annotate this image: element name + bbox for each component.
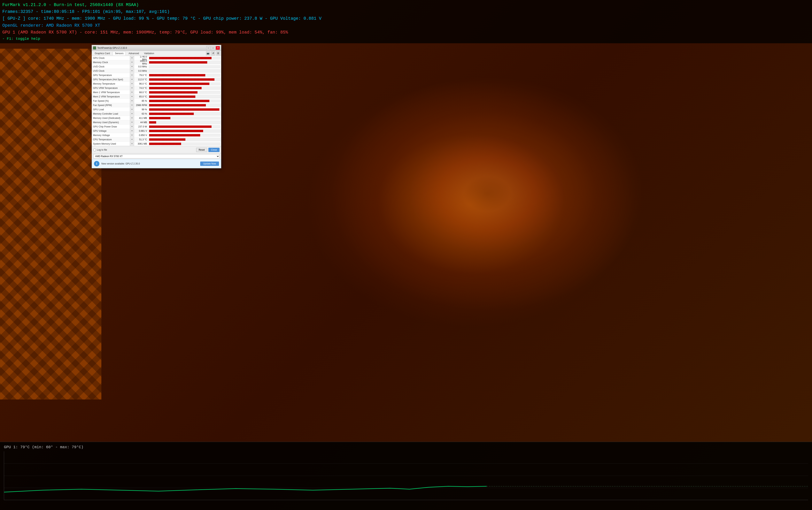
- sensor-dropdown[interactable]: ▼: [130, 103, 134, 107]
- sensor-dropdown[interactable]: ▼: [130, 116, 134, 120]
- sensor-name: Mem 1 VRM Temperature: [92, 91, 130, 94]
- hud-line5: GPU 1 (AMD Radeon RX 5700 XT) - core: 15…: [2, 29, 810, 36]
- log-to-file-checkbox[interactable]: [93, 149, 96, 151]
- sensor-dropdown[interactable]: ▼: [130, 86, 134, 90]
- hud-line2: Frames:32357 - time:80:05:18 - FPS:101 (…: [2, 8, 810, 15]
- sensor-bar-container: [149, 104, 220, 107]
- sensor-bar: [149, 108, 219, 111]
- sensor-name: Memory Temperature: [92, 83, 130, 85]
- toolbar-icons: 📷 ↺ ☰: [206, 51, 220, 56]
- sensor-dropdown[interactable]: ▼: [130, 69, 134, 73]
- sensor-bar: [149, 83, 209, 85]
- sensor-bar: [149, 134, 200, 137]
- close-button[interactable]: ✕: [215, 46, 220, 50]
- sensor-dropdown[interactable]: ▼: [130, 64, 134, 69]
- sensor-bar-container: [149, 117, 220, 119]
- sensor-dropdown[interactable]: ▼: [130, 78, 134, 82]
- tab-validation[interactable]: Validation: [142, 52, 156, 55]
- sensor-row: Mem 2 VRM Temperature▼65.0 °C: [92, 94, 221, 99]
- close-sensors-button[interactable]: Close: [208, 148, 220, 152]
- sensor-row: Mem 1 VRM Temperature▼68.0 °C: [92, 90, 221, 94]
- hud-line3: [ GPU-Z ] core: 1740 MHz - mem: 1900 MHz…: [2, 15, 810, 22]
- sensor-bar: [149, 121, 156, 124]
- sensor-value: 65.0 °C: [134, 95, 148, 98]
- sensor-row: Memory Controller Load▼63 %: [92, 112, 221, 116]
- sensor-bar: [149, 91, 198, 94]
- sensor-value: 0.0 MHz: [134, 69, 148, 72]
- refresh-icon[interactable]: ↺: [211, 51, 215, 56]
- sensor-dropdown[interactable]: ▼: [130, 112, 134, 116]
- log-to-file-checkbox-area[interactable]: Log to file: [93, 149, 107, 151]
- tab-advanced[interactable]: Advanced: [126, 52, 141, 55]
- reset-button[interactable]: Reset: [196, 148, 207, 152]
- gpu-selector[interactable]: AMD Radeon RX 5700 XT: [93, 154, 220, 158]
- tab-sensors[interactable]: Sensors: [113, 52, 125, 55]
- sensor-value: 112.0 °C: [134, 78, 148, 81]
- sensor-bar: [149, 130, 203, 132]
- sensor-bar-container: [149, 134, 220, 137]
- sensor-dropdown[interactable]: ▼: [130, 94, 134, 99]
- sensor-dropdown[interactable]: ▼: [130, 120, 134, 124]
- window-title: TechPowerUp GPU-Z 2.32.0: [97, 47, 127, 49]
- sensor-dropdown[interactable]: ▼: [130, 124, 134, 129]
- sensor-dropdown[interactable]: ▼: [130, 56, 134, 60]
- sensor-bar: [149, 143, 181, 145]
- sensor-name: UVD Clock: [92, 69, 130, 72]
- sensor-bar-container: [149, 108, 220, 111]
- camera-icon[interactable]: 📷: [206, 51, 210, 56]
- menu-icon[interactable]: ☰: [216, 51, 220, 56]
- hud-line4: OpenGL renderer: AMD Radeon RX 5700 XT: [2, 22, 810, 29]
- sensor-row: Fan Speed (RPM)▼2986 RPM: [92, 103, 221, 108]
- sensor-bar: [149, 87, 202, 89]
- sensor-dropdown[interactable]: ▼: [130, 108, 134, 112]
- sensor-dropdown[interactable]: ▼: [130, 142, 134, 146]
- hud-line1: FurMark v1.21.2.0 - Burn-in test, 2560x1…: [2, 2, 810, 8]
- sensors-scroll-area[interactable]: GPU Clock▼1740.0 MHzMemory Clock▼1900.0 …: [92, 56, 221, 146]
- sensor-name: Memory Used (Dynamic): [92, 121, 130, 124]
- sensor-row: GPU Temperature (Hot Spot)▼112.0 °C: [92, 78, 221, 82]
- sensor-bar-container: [149, 61, 220, 64]
- sensors-table: GPU Clock▼1740.0 MHzMemory Clock▼1900.0 …: [92, 56, 221, 146]
- sensor-bar: [149, 104, 206, 107]
- app-icon: [93, 47, 96, 50]
- sensor-bar: [149, 57, 211, 59]
- sensor-dropdown[interactable]: ▼: [130, 90, 134, 94]
- sensor-value: 74.0 °C: [134, 87, 148, 89]
- sensor-value: 68.0 °C: [134, 91, 148, 94]
- sensor-value: 99 %: [134, 108, 148, 111]
- sensor-name: GPU Clock: [92, 57, 130, 59]
- sensor-value: 3061 MB: [134, 143, 148, 145]
- window-controls: ─ □ ✕: [206, 46, 220, 50]
- sensor-value: 2986 RPM: [134, 104, 148, 107]
- sensor-row: GPU Clock▼1740.0 MHz: [92, 56, 221, 60]
- sensor-row: Memory Used (Dynamic)▼44 MB: [92, 120, 221, 124]
- sensor-name: GPU Temperature (Hot Spot): [92, 78, 130, 81]
- sensor-value: 0.0 MHz: [134, 65, 148, 68]
- tab-graphics-card[interactable]: Graphics Card: [93, 52, 112, 55]
- sensor-name: Memory Clock: [92, 61, 130, 64]
- sensor-dropdown[interactable]: ▼: [130, 99, 134, 103]
- sensor-bar-container: [149, 99, 220, 102]
- hud-line6: - F1: toggle help: [2, 36, 810, 42]
- sensor-bar: [149, 138, 185, 141]
- sensor-row: UVD Clock▼0.0 MHz: [92, 64, 221, 69]
- minimize-button[interactable]: ─: [206, 46, 210, 50]
- sensor-dropdown[interactable]: ▼: [130, 133, 134, 137]
- update-now-button[interactable]: Update Now: [200, 161, 219, 166]
- sensor-dropdown[interactable]: ▼: [130, 60, 134, 64]
- sensor-row: Memory Clock▼1900.0 MHz: [92, 60, 221, 64]
- sensor-row: System Memory Used▼3061 MB: [92, 142, 221, 146]
- sensor-dropdown[interactable]: ▼: [130, 82, 134, 86]
- sensor-dropdown[interactable]: ▼: [130, 138, 134, 142]
- maximize-button[interactable]: □: [211, 46, 215, 50]
- sensor-dropdown[interactable]: ▼: [130, 73, 134, 77]
- sensor-value: 0.881 V: [134, 129, 148, 132]
- sensor-bar: [149, 78, 214, 81]
- sensor-row: GPU VRM Temperature▼74.0 °C: [92, 86, 221, 90]
- sensor-dropdown[interactable]: ▼: [130, 129, 134, 133]
- update-text: New version available: GPU-Z 2.35.0: [102, 162, 198, 165]
- sensor-bar-container: [149, 138, 220, 141]
- sensor-name: Fan Speed (%): [92, 99, 130, 102]
- sensor-name: GPU Load: [92, 108, 130, 111]
- gpu-selector-row: AMD Radeon RX 5700 XT: [92, 153, 221, 159]
